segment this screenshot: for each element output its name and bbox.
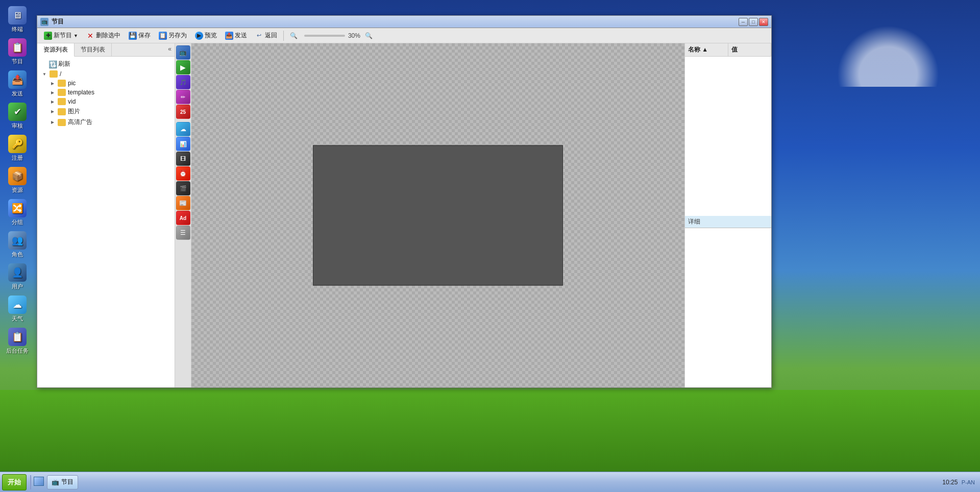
preview-button[interactable]: ▶ 预览 <box>191 30 220 42</box>
tool-program[interactable]: 📺 <box>176 45 190 60</box>
sidebar-label-terminal: 终端 <box>12 26 23 33</box>
tool-calendar-icon: 25 <box>180 109 186 115</box>
tab-programs[interactable]: 节目列表 <box>75 43 112 56</box>
pic-label: pic <box>68 80 76 87</box>
tree-item-refresh[interactable]: 🔃 刷新 <box>37 59 175 69</box>
back-btn-label: 返回 <box>265 31 277 40</box>
back-button[interactable]: ↩ 返回 <box>252 30 281 42</box>
clock-display: 10:25 <box>942 479 958 486</box>
tool-ad[interactable]: Ad <box>176 211 190 225</box>
tool-list[interactable]: ☰ <box>176 226 190 240</box>
weather-icon: ☁ <box>8 296 27 314</box>
close-button[interactable]: ✕ <box>759 18 768 26</box>
sidebar-label-role: 角色 <box>12 251 23 258</box>
tool-movie[interactable]: 🎬 <box>176 181 190 195</box>
new-icon: ✚ <box>44 32 52 40</box>
taskbar-show-desktop[interactable] <box>34 477 45 488</box>
images-expander: ▶ <box>50 109 56 115</box>
hd-ad-folder-icon <box>58 119 66 126</box>
zoom-in-button[interactable]: 🔍 <box>361 30 376 42</box>
tool-audio[interactable]: 🎵 <box>176 75 190 89</box>
refresh-icon: 🔃 <box>48 60 57 68</box>
sidebar-item-task[interactable]: 📋 后台任务 <box>2 326 33 357</box>
sidebar-item-project[interactable]: 📋 节目 <box>2 36 33 67</box>
maximize-button[interactable]: □ <box>749 18 758 26</box>
root-expander: ▼ <box>41 71 47 77</box>
sidebar-label-send: 发送 <box>12 90 23 97</box>
sidebar-label-user: 用户 <box>12 283 23 290</box>
review-icon: ✔ <box>8 103 27 121</box>
images-folder-icon <box>58 108 66 115</box>
sidebar-item-send[interactable]: 📤 发送 <box>2 68 33 100</box>
tool-banner[interactable]: 📰 <box>176 196 190 210</box>
task-icon: 📋 <box>8 328 27 346</box>
back-icon: ↩ <box>255 32 263 40</box>
tree-item-vid[interactable]: ▶ vid <box>37 97 175 106</box>
tree-item-hd-ad[interactable]: ▶ 高清广告 <box>37 117 175 128</box>
tab-resources[interactable]: 资源列表 <box>37 43 75 57</box>
sidebar-item-role[interactable]: 👥 角色 <box>2 229 33 260</box>
preview-btn-label: 预览 <box>205 31 217 40</box>
root-label: / <box>60 70 61 78</box>
zoom-out-button[interactable]: 🔍 <box>286 30 301 42</box>
sidebar-item-review[interactable]: ✔ 审核 <box>2 101 33 132</box>
app-window: 📺 节目 ─ □ ✕ ✚ 新节目 ▼ ✕ 删除选中 💾 保存 📋 另存为 ▶ 预… <box>37 15 772 388</box>
vid-folder-icon <box>58 98 66 105</box>
tool-edit[interactable]: ✏ <box>176 90 190 104</box>
tool-program-icon: 📺 <box>179 49 187 56</box>
content-area: 资源列表 节目列表 « 🔃 刷新 ▼ / ▶ <box>37 43 771 387</box>
tool-chart[interactable]: 📊 <box>176 137 190 151</box>
zoom-slider[interactable] <box>304 35 345 37</box>
sidebar-label-project: 节目 <box>12 58 23 65</box>
tool-media[interactable]: 🎞 <box>176 152 190 166</box>
start-button[interactable]: 开始 <box>2 474 27 490</box>
sidebar-item-resource[interactable]: 📦 资源 <box>2 165 33 196</box>
window-icon: 📺 <box>40 18 48 26</box>
save-button[interactable]: 💾 保存 <box>125 30 154 42</box>
refresh-label: 刷新 <box>58 60 70 68</box>
panel-collapse-btn[interactable]: « <box>165 43 175 56</box>
tree-item-images[interactable]: ▶ 图片 <box>37 106 175 117</box>
canvas-area[interactable] <box>191 43 684 387</box>
cloud-decoration <box>837 26 939 87</box>
tool-edit-icon: ✏ <box>181 94 185 101</box>
tool-weather2-icon: ☁ <box>180 126 186 133</box>
tool-audio-icon: 🎵 <box>180 79 187 86</box>
tree-item-templates[interactable]: ▶ templates <box>37 88 175 97</box>
tree-item-root[interactable]: ▼ / <box>37 69 175 79</box>
vid-expander: ▶ <box>50 99 56 105</box>
sidebar-label-group: 分组 <box>12 218 23 226</box>
props-col-value: 值 <box>728 43 772 56</box>
tree-item-pic[interactable]: ▶ pic <box>37 79 175 88</box>
sidebar-item-terminal[interactable]: 🖥 终端 <box>2 4 33 35</box>
tool-ad-icon: Ad <box>180 215 186 221</box>
sidebar-item-group[interactable]: 🔀 分组 <box>2 197 33 228</box>
taskbar-window-program[interactable]: 📺 节目 <box>47 475 78 489</box>
delete-button[interactable]: ✕ 删除选中 <box>83 30 124 42</box>
send-toolbar-button[interactable]: 📤 发送 <box>222 30 251 42</box>
save-icon: 💾 <box>129 32 137 40</box>
tool-alarm[interactable]: ⏰ <box>176 166 190 181</box>
taskbar-window-icon: 📺 <box>52 479 59 486</box>
project-icon: 📋 <box>8 38 27 57</box>
minimize-button[interactable]: ─ <box>739 18 748 26</box>
tool-video[interactable]: ▶ <box>176 60 190 75</box>
props-body <box>685 57 771 216</box>
sidebar-label-resource: 资源 <box>12 186 23 194</box>
new-program-button[interactable]: ✚ 新节目 ▼ <box>40 30 82 42</box>
window-controls: ─ □ ✕ <box>739 18 768 26</box>
saveas-button[interactable]: 📋 另存为 <box>155 30 190 42</box>
sidebar-item-weather[interactable]: ☁ 天气 <box>2 293 33 325</box>
sidebar-item-user[interactable]: 👤 用户 <box>2 261 33 292</box>
tool-weather2[interactable]: ☁ <box>176 122 190 136</box>
images-label: 图片 <box>68 107 80 116</box>
sidebar-item-register[interactable]: 🔑 注册 <box>2 133 33 164</box>
terminal-icon: 🖥 <box>8 6 27 24</box>
taskbar-clock-area: 10:25 P-AN <box>937 479 980 486</box>
tool-calendar[interactable]: 25 <box>176 105 190 119</box>
new-btn-label: 新节目 <box>54 31 72 40</box>
taskbar-sep <box>30 475 31 489</box>
root-folder-icon <box>50 70 58 78</box>
file-panel: 资源列表 节目列表 « 🔃 刷新 ▼ / ▶ <box>37 43 175 387</box>
hd-ad-expander: ▶ <box>50 119 56 126</box>
